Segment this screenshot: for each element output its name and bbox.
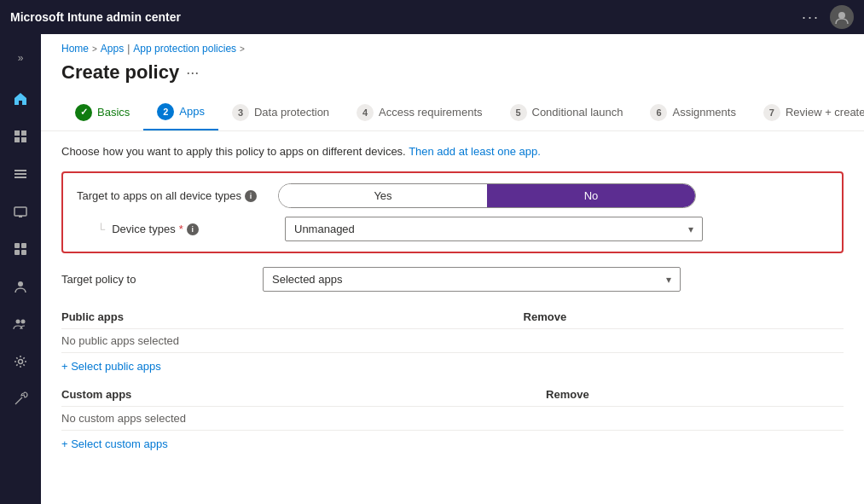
public-apps-empty-row: No public apps selected bbox=[61, 329, 844, 353]
device-types-info-icon[interactable]: i bbox=[187, 223, 199, 235]
step-data-protection-circle: 3 bbox=[232, 104, 249, 121]
custom-apps-empty-row: No custom apps selected bbox=[61, 407, 844, 431]
step-conditional-launch-circle: 5 bbox=[510, 104, 527, 121]
step-basics[interactable]: ✓ Basics bbox=[61, 94, 143, 130]
sidebar-item-dashboard[interactable] bbox=[3, 119, 38, 154]
device-types-value: Unmanaged bbox=[294, 223, 355, 235]
step-navigation: ✓ Basics 2 Apps 3 Data protection 4 Acce… bbox=[41, 94, 864, 131]
custom-apps-table: Custom apps Remove No custom apps select… bbox=[61, 383, 844, 431]
breadcrumb-home[interactable]: Home bbox=[61, 43, 89, 55]
public-apps-table: Public apps Remove No public apps select… bbox=[61, 305, 844, 353]
target-policy-dropdown[interactable]: Selected apps ▾ bbox=[263, 267, 681, 292]
svg-rect-3 bbox=[14, 137, 20, 142]
add-app-link[interactable]: Then add at least one app. bbox=[409, 145, 541, 158]
page-title: Create policy bbox=[61, 61, 179, 84]
sidebar-item-settings[interactable] bbox=[3, 345, 38, 379]
content-area: Home > Apps | App protection policies > … bbox=[41, 34, 864, 504]
step-data-protection[interactable]: 3 Data protection bbox=[218, 94, 343, 130]
target-policy-label: Target policy to bbox=[61, 273, 249, 286]
step-conditional-launch-label: Conditional launch bbox=[532, 106, 623, 119]
no-public-apps-text: No public apps selected bbox=[61, 329, 844, 353]
breadcrumb-policies[interactable]: App protection policies bbox=[133, 43, 236, 55]
svg-rect-8 bbox=[14, 207, 26, 216]
step-basics-label: Basics bbox=[97, 106, 130, 119]
no-custom-apps-text: No custom apps selected bbox=[61, 407, 844, 431]
target-policy-chevron-icon: ▾ bbox=[666, 274, 671, 286]
svg-rect-12 bbox=[14, 250, 20, 255]
breadcrumb-sep1: > bbox=[92, 44, 97, 54]
svg-point-0 bbox=[838, 12, 845, 19]
svg-rect-9 bbox=[19, 216, 22, 217]
custom-apps-header: Custom apps bbox=[61, 383, 546, 407]
svg-rect-2 bbox=[21, 130, 26, 136]
select-public-apps-link[interactable]: + Select public apps bbox=[61, 360, 161, 373]
step-assignments-label: Assignments bbox=[672, 106, 735, 119]
svg-point-14 bbox=[18, 281, 23, 287]
sidebar-collapse-button[interactable]: » bbox=[3, 41, 38, 75]
sidebar-item-users[interactable] bbox=[3, 269, 38, 304]
device-types-dropdown[interactable]: Unmanaged ▾ bbox=[285, 217, 703, 241]
breadcrumb-pipe: | bbox=[127, 43, 130, 55]
step-review[interactable]: 7 Review + create bbox=[750, 94, 864, 130]
toggle-yes-button[interactable]: Yes bbox=[279, 184, 487, 207]
topbar-more-button[interactable]: ··· bbox=[802, 9, 820, 26]
sidebar-item-tools[interactable] bbox=[3, 382, 38, 416]
step-data-protection-label: Data protection bbox=[254, 106, 329, 119]
page-body: Choose how you want to apply this policy… bbox=[41, 131, 864, 504]
target-box: Target to apps on all device types i Yes… bbox=[61, 171, 844, 253]
device-types-chevron-icon: ▾ bbox=[688, 223, 693, 235]
sidebar-item-home[interactable] bbox=[3, 82, 38, 116]
yes-no-toggle[interactable]: Yes No bbox=[278, 183, 696, 208]
sidebar-item-apps[interactable] bbox=[3, 232, 38, 266]
step-assignments-circle: 6 bbox=[650, 104, 667, 121]
step-review-label: Review + create bbox=[786, 106, 864, 119]
step-apps-label: Apps bbox=[179, 105, 205, 118]
page-more-button[interactable]: ··· bbox=[186, 64, 199, 82]
step-access-req[interactable]: 4 Access requirements bbox=[343, 94, 496, 130]
public-apps-header: Public apps bbox=[61, 305, 524, 329]
public-apps-remove-header: Remove bbox=[524, 305, 844, 329]
step-apps[interactable]: 2 Apps bbox=[143, 94, 218, 130]
target-all-devices-row: Target to apps on all device types i Yes… bbox=[77, 183, 828, 208]
device-types-indent: └ Device types * i bbox=[77, 223, 271, 235]
svg-rect-6 bbox=[14, 173, 26, 175]
target-policy-value: Selected apps bbox=[272, 273, 342, 286]
device-types-label: └ Device types * i bbox=[97, 223, 271, 235]
custom-apps-remove-header: Remove bbox=[546, 383, 844, 407]
step-access-req-circle: 4 bbox=[357, 104, 374, 121]
sidebar: » bbox=[0, 34, 41, 504]
sidebar-item-devices[interactable] bbox=[3, 194, 38, 229]
step-basics-circle: ✓ bbox=[75, 104, 92, 121]
sidebar-item-groups[interactable] bbox=[3, 307, 38, 341]
svg-rect-5 bbox=[14, 170, 26, 171]
breadcrumb-apps[interactable]: Apps bbox=[101, 43, 124, 55]
svg-point-15 bbox=[16, 320, 20, 324]
breadcrumb-sep2: > bbox=[240, 44, 245, 54]
select-custom-apps-link[interactable]: + Select custom apps bbox=[61, 437, 168, 450]
svg-rect-13 bbox=[21, 250, 26, 255]
svg-rect-1 bbox=[14, 130, 20, 136]
app-title: Microsoft Intune admin center bbox=[10, 10, 802, 24]
breadcrumb: Home > Apps | App protection policies > bbox=[41, 34, 864, 58]
topbar: Microsoft Intune admin center ··· bbox=[0, 0, 864, 34]
toggle-no-button[interactable]: No bbox=[487, 184, 695, 207]
device-types-row: └ Device types * i Unmanaged ▾ bbox=[77, 217, 828, 241]
svg-rect-11 bbox=[21, 243, 26, 248]
page-header: Create policy ··· bbox=[41, 58, 864, 94]
sidebar-item-list[interactable] bbox=[3, 157, 38, 191]
svg-point-17 bbox=[19, 360, 23, 364]
required-star: * bbox=[179, 223, 183, 235]
main-layout: » Home > bbox=[0, 34, 864, 504]
step-assignments[interactable]: 6 Assignments bbox=[636, 94, 749, 130]
target-info-icon[interactable]: i bbox=[245, 190, 257, 202]
step-conditional-launch[interactable]: 5 Conditional launch bbox=[496, 94, 637, 130]
step-access-req-label: Access requirements bbox=[379, 106, 482, 119]
description-text: Choose how you want to apply this policy… bbox=[61, 145, 844, 158]
topbar-icons: ··· bbox=[802, 5, 854, 29]
svg-rect-7 bbox=[14, 177, 26, 178]
avatar[interactable] bbox=[830, 5, 854, 29]
target-policy-row: Target policy to Selected apps ▾ bbox=[61, 267, 844, 292]
step-review-circle: 7 bbox=[763, 104, 780, 121]
step-apps-circle: 2 bbox=[157, 103, 174, 120]
svg-rect-10 bbox=[14, 243, 20, 248]
